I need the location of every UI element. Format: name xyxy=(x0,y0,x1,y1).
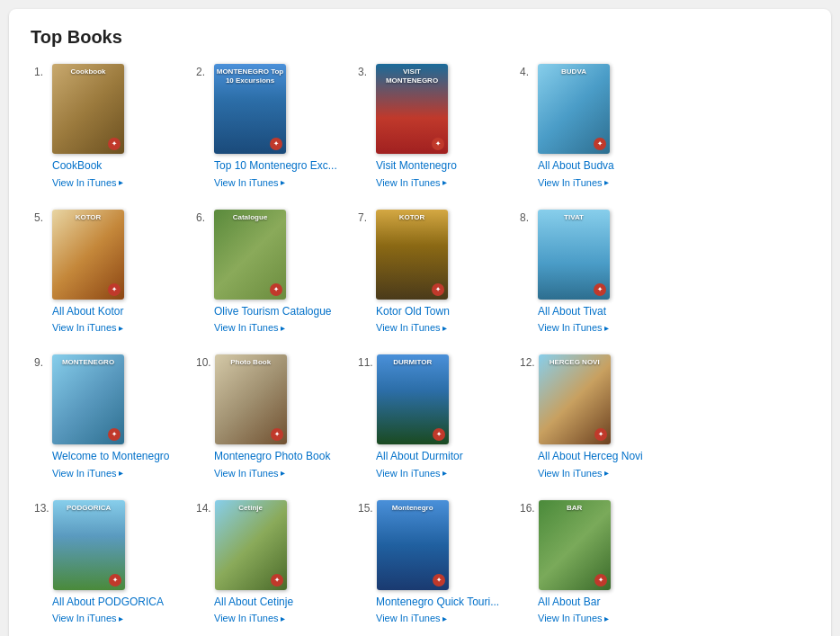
book-title[interactable]: All About Cetinje xyxy=(214,596,351,610)
book-cover-wrap: 1. Cookbook xyxy=(34,64,189,154)
cover-badge xyxy=(432,138,444,150)
cover-text: BAR xyxy=(539,504,611,513)
book-cover: MONTENEGRO Top 10 Excursions xyxy=(214,64,286,154)
list-item: 3. VISIT MONTENEGRO Visit Montenegro Vie… xyxy=(354,64,516,190)
cover-text: HERCEG NOVI xyxy=(539,358,611,367)
book-itunes-link[interactable]: View In iTunes xyxy=(376,613,447,623)
book-cover: BUDVA xyxy=(538,64,610,154)
book-info: All About Durmitor View In iTunes xyxy=(358,450,513,480)
book-itunes-link[interactable]: View In iTunes xyxy=(214,613,285,623)
book-number: 11. xyxy=(358,356,373,369)
cover-badge xyxy=(271,428,283,441)
book-title[interactable]: All About Bar xyxy=(538,596,675,610)
cover-text: KOTOR xyxy=(376,213,448,222)
list-item: 9. MONTENEGRO Welcome to Montenegro View… xyxy=(31,354,192,480)
book-cover: Montenegro xyxy=(377,500,449,590)
book-title[interactable]: Montenegro Photo Book xyxy=(214,450,351,464)
book-cover-wrap: 9. MONTENEGRO xyxy=(34,354,189,444)
book-number: 6. xyxy=(196,211,210,224)
book-cover: Photo Book xyxy=(215,354,287,444)
book-number: 14. xyxy=(196,502,211,515)
book-title[interactable]: Montenegro Quick Touri... xyxy=(376,596,513,610)
book-itunes-link[interactable]: View In iTunes xyxy=(538,322,609,333)
book-info: Visit Montenegro View In iTunes xyxy=(358,159,513,190)
book-title[interactable]: All About Durmitor xyxy=(376,450,513,464)
book-number: 10. xyxy=(196,356,211,369)
book-cover: Cetinje xyxy=(215,500,287,590)
book-cover-wrap: 14. Cetinje xyxy=(196,500,351,590)
book-info: Olive Tourism Catalogue View In iTunes xyxy=(196,305,351,336)
list-item: 6. Catalogue Olive Tourism Catalogue Vie… xyxy=(192,210,354,336)
book-cover-wrap: 7. KOTOR xyxy=(358,210,513,300)
book-title[interactable]: All About Herceg Novi xyxy=(538,450,675,464)
cover-text: DURMITOR xyxy=(377,358,449,367)
book-itunes-link[interactable]: View In iTunes xyxy=(52,468,123,479)
book-info: Montenegro Photo Book View In iTunes xyxy=(196,450,351,480)
book-number: 13. xyxy=(34,502,49,515)
book-title[interactable]: CookBook xyxy=(52,159,189,174)
cover-badge xyxy=(109,574,121,587)
book-itunes-link[interactable]: View In iTunes xyxy=(214,322,285,333)
book-title[interactable]: All About PODGORICA xyxy=(52,596,189,610)
book-title[interactable]: Olive Tourism Catalogue xyxy=(214,305,351,319)
page-title: Top Books xyxy=(31,27,809,48)
book-info: Top 10 Montenegro Exc... View In iTunes xyxy=(196,159,351,190)
book-itunes-link[interactable]: View In iTunes xyxy=(52,613,123,623)
book-itunes-link[interactable]: View In iTunes xyxy=(376,468,447,479)
cover-text: BUDVA xyxy=(538,67,610,76)
book-number: 16. xyxy=(520,502,535,515)
book-itunes-link[interactable]: View In iTunes xyxy=(538,613,609,623)
book-info: Kotor Old Town View In iTunes xyxy=(358,305,513,336)
list-item: 2. MONTENEGRO Top 10 Excursions Top 10 M… xyxy=(192,64,354,190)
book-info: All About Cetinje View In iTunes xyxy=(196,596,351,626)
book-cover: TIVAT xyxy=(538,210,610,300)
book-number: 9. xyxy=(34,356,49,369)
book-title[interactable]: Kotor Old Town xyxy=(376,305,513,319)
book-itunes-link[interactable]: View In iTunes xyxy=(538,177,609,188)
book-itunes-link[interactable]: View In iTunes xyxy=(214,468,285,479)
book-number: 5. xyxy=(34,211,49,224)
book-title[interactable]: Top 10 Montenegro Exc... xyxy=(214,159,351,174)
cover-text: TIVAT xyxy=(538,213,610,222)
cover-badge xyxy=(594,283,606,296)
book-title[interactable]: Visit Montenegro xyxy=(376,159,513,174)
book-cover-wrap: 16. BAR xyxy=(520,500,675,590)
book-number: 15. xyxy=(358,502,373,515)
book-title[interactable]: All About Kotor xyxy=(52,305,189,319)
cover-text: MONTENEGRO xyxy=(52,358,124,367)
cover-badge xyxy=(594,138,606,150)
book-cover-wrap: 2. MONTENEGRO Top 10 Excursions xyxy=(196,64,351,154)
book-cover: BAR xyxy=(539,500,611,590)
book-title[interactable]: All About Budva xyxy=(538,159,675,174)
book-cover-wrap: 12. HERCEG NOVI xyxy=(520,354,675,444)
book-info: All About Herceg Novi View In iTunes xyxy=(520,450,675,480)
cover-badge xyxy=(108,283,121,296)
cover-text: Cetinje xyxy=(215,504,287,513)
list-item: 1. Cookbook CookBook View In iTunes xyxy=(31,64,192,190)
cover-badge xyxy=(270,283,282,296)
book-title[interactable]: All About Tivat xyxy=(538,305,675,319)
book-itunes-link[interactable]: View In iTunes xyxy=(376,322,447,333)
cover-badge xyxy=(433,574,445,587)
book-cover-wrap: 11. DURMITOR xyxy=(358,354,513,444)
book-cover: DURMITOR xyxy=(377,354,449,444)
book-cover-wrap: 6. Catalogue xyxy=(196,210,351,300)
list-item: 4. BUDVA All About Budva View In iTunes xyxy=(516,64,678,190)
book-itunes-link[interactable]: View In iTunes xyxy=(214,177,285,188)
book-itunes-link[interactable]: View In iTunes xyxy=(376,177,447,188)
book-info: Montenegro Quick Touri... View In iTunes xyxy=(358,596,513,626)
book-cover: VISIT MONTENEGRO xyxy=(376,64,448,154)
book-cover: PODGORICA xyxy=(53,500,125,590)
book-itunes-link[interactable]: View In iTunes xyxy=(52,322,123,333)
book-itunes-link[interactable]: View In iTunes xyxy=(52,177,123,188)
book-itunes-link[interactable]: View In iTunes xyxy=(538,468,609,479)
cover-badge xyxy=(433,428,445,441)
book-number: 8. xyxy=(520,211,534,224)
cover-text: MONTENEGRO Top 10 Excursions xyxy=(214,67,286,85)
cover-text: KOTOR xyxy=(52,213,124,222)
book-cover: Cookbook xyxy=(52,64,124,154)
book-title[interactable]: Welcome to Montenegro xyxy=(52,450,189,464)
list-item: 13. PODGORICA All About PODGORICA View I… xyxy=(31,500,192,626)
book-number: 7. xyxy=(358,211,372,224)
book-info: Welcome to Montenegro View In iTunes xyxy=(34,450,189,480)
